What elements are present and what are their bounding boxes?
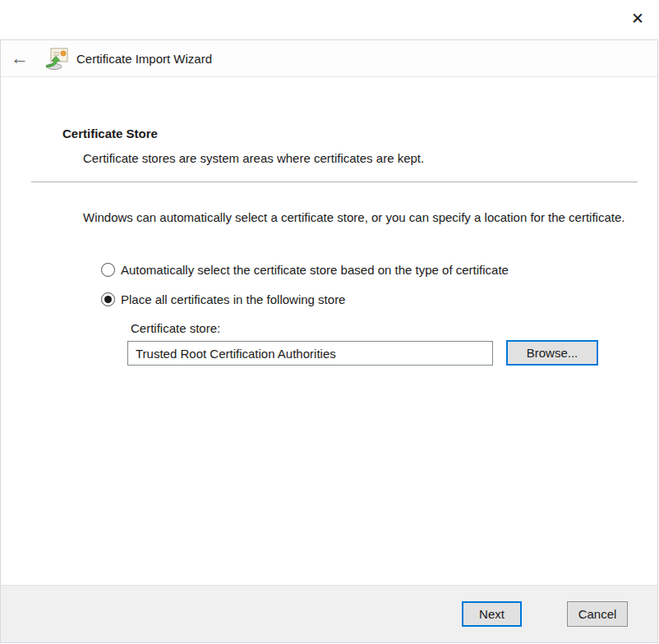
intro-text: Windows can automatically select a certi… (83, 209, 632, 226)
radio-place-label: Place all certificates in the following … (121, 292, 345, 306)
cancel-button[interactable]: Cancel (567, 601, 628, 627)
radio-circle-icon[interactable] (101, 292, 115, 306)
certificate-import-icon (45, 47, 68, 70)
wizard-page-body: Certificate Store Certificate stores are… (1, 77, 657, 585)
certificate-store-input[interactable] (127, 341, 493, 366)
close-icon[interactable]: ✕ (623, 5, 652, 31)
wizard-title: Certificate Import Wizard (76, 52, 212, 66)
radio-automatic-label: Automatically select the certificate sto… (121, 263, 509, 277)
certificate-import-wizard-window: ← Certificate Import Wizard Certificate … (0, 39, 658, 643)
radio-automatic-store[interactable]: Automatically select the certificate sto… (101, 263, 509, 277)
section-title: Certificate Store (62, 126, 158, 140)
section-description: Certificate stores are system areas wher… (83, 151, 424, 165)
back-arrow-icon[interactable]: ← (1, 49, 39, 67)
wizard-header: ← Certificate Import Wizard (1, 40, 657, 77)
wizard-footer: Next Cancel (1, 585, 657, 642)
radio-circle-icon[interactable] (101, 263, 115, 277)
next-button[interactable]: Next (462, 601, 522, 627)
radio-place-in-store[interactable]: Place all certificates in the following … (101, 292, 345, 306)
browse-button[interactable]: Browse... (506, 340, 598, 366)
section-divider (31, 182, 638, 183)
certificate-store-label: Certificate store: (131, 321, 220, 335)
